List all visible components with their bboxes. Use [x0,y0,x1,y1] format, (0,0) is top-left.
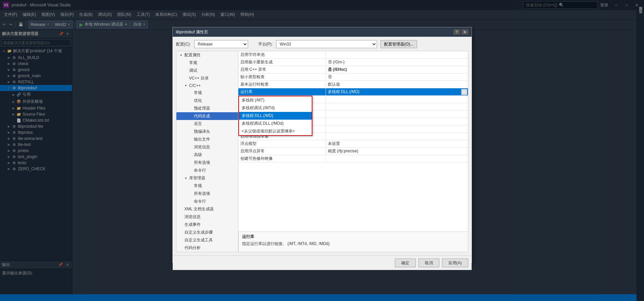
prop-tree-label: 代码生成 [194,113,210,119]
prop-tree-label: 浏览信息 [194,144,210,150]
prop-value: 默认值 [326,81,468,88]
property-pages-dialog: libprotobuf 属性页 ? ✕ 配置(C): Release 平台(P)… [172,27,472,263]
prop-value [326,128,468,130]
prop-tree-label: 库管理器 [189,175,205,181]
prop-tree-item[interactable]: ▼C/C++ [176,82,238,89]
prop-tree-item[interactable]: 命令行 [176,167,238,174]
prop-tree-item[interactable]: 浏览信息 [176,213,238,221]
prop-name: 启用浮点异常 [238,148,326,155]
prop-tree-item[interactable]: 所有选项 [176,159,238,167]
config-select[interactable]: Release [194,40,248,48]
runtime-library-dropdown: 多线程 (/MT)多线程调试 (/MTd)多线程 DLL (/MD)多线程调试 … [238,96,312,136]
dropdown-arrow-button[interactable]: ▼ [461,89,467,95]
prop-tree-label: 常规 [194,183,202,189]
prop-value [326,114,468,115]
prop-tree-expander: ▼ [180,54,184,57]
dialog-content-area: ▼配置属性常规调试VC++ 目录▼C/C++常规优化预处理器代码生成语言预编译头… [176,51,468,252]
platform-select[interactable]: Win32 [276,40,377,48]
apply-button[interactable]: 应用(A) [442,259,468,267]
prop-tree-label: 输出文件 [194,137,210,142]
property-description: 运行库 指定运行库以进行链接。 (/MT, /MTd, /MD, /MDd) [238,232,468,252]
prop-tree-item[interactable]: 语言 [176,120,238,128]
prop-tree-label: 生成事件 [184,222,201,228]
prop-name: 启用 C++ 异常 [238,66,326,73]
prop-tree-label: 自定义生成步骤 [184,230,213,235]
dialog-close-button[interactable]: ✕ [462,29,468,35]
prop-tree-item[interactable]: ▼库管理器 [176,174,238,182]
prop-tree-item[interactable]: 命令行 [176,198,238,205]
property-grid: 启用字符串池启用最小重新生成否 (/Gm-)启用 C++ 异常是 (/EHsc)… [238,51,468,232]
prop-name: 运行库 [238,88,326,95]
prop-value [326,136,468,137]
prop-tree-item[interactable]: 自定义生成工具 [176,236,238,244]
prop-row[interactable]: 浮点模型未设置 [238,140,468,148]
prop-row[interactable]: 较小类型检查否 [238,73,468,81]
prop-tree-item[interactable]: 优化 [176,97,238,104]
prop-tree-item[interactable]: 所有选项 [176,190,238,198]
prop-name: 浮点模型 [238,140,326,147]
dialog-title: libprotobuf 属性页 [176,29,208,35]
prop-row[interactable]: 运行库多线程 DLL (/MD)▼ [238,88,468,96]
prop-tree-label: 高级 [194,152,202,158]
config-manager-button[interactable]: 配置管理器(O)... [380,40,417,48]
prop-row[interactable]: 启用字符串池 [238,51,468,59]
prop-tree-item[interactable]: 常规 [176,182,238,190]
dropdown-option[interactable]: 多线程调试 (/MTd) [239,104,312,112]
prop-tree-label: 常规 [189,60,197,66]
prop-tree-label: C/C++ [189,83,201,88]
config-label: 配置(C): [176,41,191,47]
prop-name: 基本运行时检查 [238,81,326,88]
prop-value: 是 (/EHsc) [326,66,468,73]
prop-tree-item[interactable]: 常规 [176,59,238,67]
prop-tree-item[interactable]: 生成事件 [176,221,238,229]
prop-tree-item[interactable]: 预编译头 [176,128,238,136]
prop-tree-label: 浏览信息 [184,214,201,220]
prop-tree-item[interactable]: 调试 [176,67,238,74]
prop-tree-item[interactable]: 高级 [176,151,238,159]
prop-tree-label: XML 文档生成器 [184,206,214,212]
prop-row[interactable]: 创建可热修补映像 [238,155,468,162]
prop-value [326,158,468,159]
prop-tree-item[interactable]: XML 文档生成器 [176,205,238,213]
prop-name: 启用字符串池 [238,51,326,58]
prop-tree-label: 所有选项 [194,191,210,197]
prop-name: 创建可热修补映像 [238,155,326,162]
prop-tree-label: 命令行 [194,168,206,173]
prop-tree-label: 所有选项 [194,160,210,165]
dropdown-option[interactable]: <从父级或项目默认设置继承> [239,127,312,135]
cancel-button[interactable]: 取消 [418,259,439,267]
prop-tree-label: 配置属性 [184,52,201,58]
prop-tree-label: 语言 [194,121,202,127]
prop-row[interactable]: 基本运行时检查默认值 [238,81,468,88]
prop-tree-item[interactable]: ▼配置属性 [176,51,238,59]
property-tree: ▼配置属性常规调试VC++ 目录▼C/C++常规优化预处理器代码生成语言预编译头… [176,51,238,252]
prop-tree-item[interactable]: 代码生成 [176,112,238,120]
prop-row[interactable]: 启用 C++ 异常是 (/EHsc) [238,66,468,73]
dropdown-option[interactable]: 多线程 (/MT) [239,96,312,104]
prop-tree-item[interactable]: 输出文件 [176,136,238,143]
prop-name: 启用最小重新生成 [238,59,326,66]
dialog-titlebar: libprotobuf 属性页 ? ✕ [173,27,472,37]
ok-button[interactable]: 确定 [395,259,416,267]
prop-tree-item[interactable]: 浏览信息 [176,143,238,151]
prop-tree-label: 命令行 [194,199,206,204]
prop-value: 多线程 DLL (/MD)▼ [326,88,468,95]
prop-value: 未设置 [326,140,468,147]
prop-row[interactable]: 启用浮点异常精度 (/fp:precise) [238,148,468,155]
prop-tree-label: 调试 [189,68,197,73]
prop-name: 较小类型检查 [238,73,326,81]
prop-tree-item[interactable]: 自定义生成步骤 [176,229,238,236]
prop-tree-item[interactable]: 预处理器 [176,104,238,112]
dropdown-option[interactable]: 多线程调试 DLL (/MDd) [239,120,312,127]
dialog-footer: 确定 取消 应用(A) [173,255,472,270]
prop-row[interactable]: 启用最小重新生成否 (/Gm-) [238,59,468,66]
prop-tree-item[interactable]: 常规 [176,89,238,97]
prop-tree-item[interactable]: VC++ 目录 [176,74,238,82]
prop-tree-label: 代码分析 [184,245,201,251]
platform-label: 平台(P): [258,41,273,47]
dropdown-option[interactable]: 多线程 DLL (/MD) [239,112,312,120]
prop-value [326,121,468,122]
dialog-help-button[interactable]: ? [453,29,460,35]
prop-tree-label: 预处理器 [194,106,210,111]
prop-tree-item[interactable]: 代码分析 [176,244,238,252]
